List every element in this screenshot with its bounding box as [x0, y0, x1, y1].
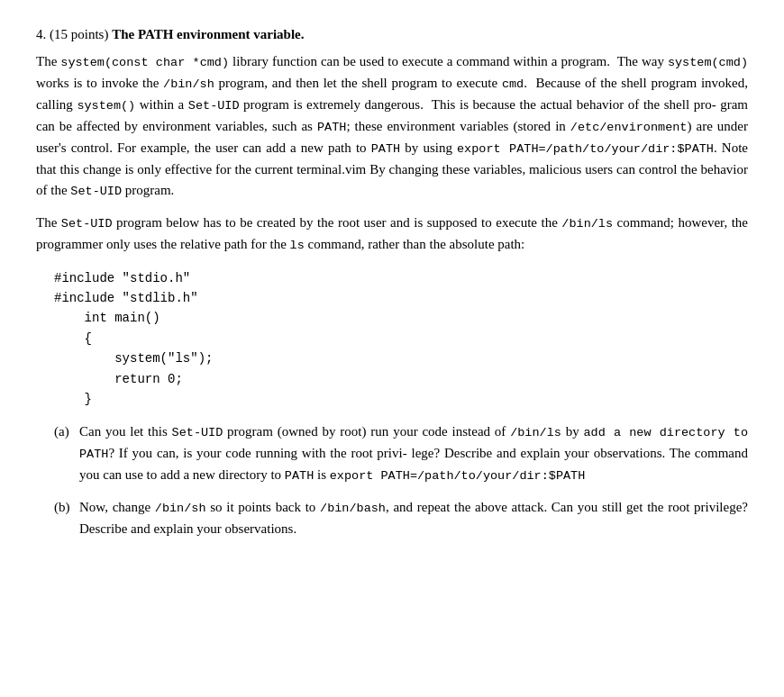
sub-question-b-text: Now, change /bin/sh so it points back to… — [79, 497, 748, 539]
sub-question-a-label: (a) — [54, 421, 79, 486]
question-number: 4. — [36, 27, 50, 41]
sub-question-a: (a) Can you let this Set-UID program (ow… — [54, 421, 748, 486]
sub-question-a-text: Can you let this Set-UID program (owned … — [79, 421, 748, 486]
question-container: 4. (15 points) The PATH environment vari… — [36, 27, 748, 539]
sub-question-b: (b) Now, change /bin/sh so it points bac… — [54, 497, 748, 539]
question-header: 4. (15 points) The PATH environment vari… — [36, 27, 748, 42]
sub-questions: (a) Can you let this Set-UID program (ow… — [54, 421, 748, 539]
question-title: The PATH environment variable. — [112, 27, 304, 41]
question-points: (15 points) — [50, 27, 112, 41]
code-block: #include "stdio.h" #include "stdlib.h" i… — [54, 268, 748, 410]
paragraph-1: The system(const char *cmd) library func… — [36, 51, 748, 202]
sub-question-b-label: (b) — [54, 497, 79, 539]
paragraph-2: The Set-UID program below has to be crea… — [36, 213, 748, 256]
